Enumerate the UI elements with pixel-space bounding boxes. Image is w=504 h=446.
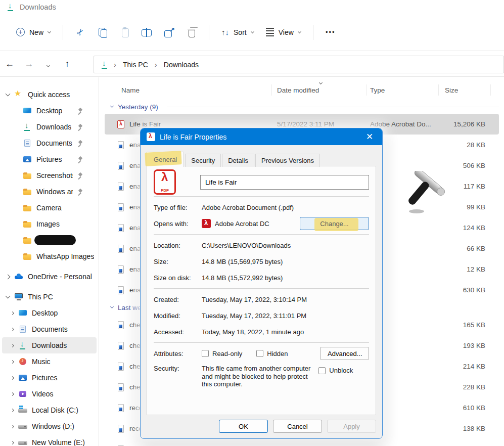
sidebar-item[interactable]: Pictures [2, 151, 97, 167]
sidebar-item-icon [23, 188, 32, 196]
unblock-checkbox[interactable] [318, 367, 326, 374]
column-divider[interactable] [490, 84, 491, 96]
dialog-title-bar[interactable]: Life is Fair Properties ✕ [141, 128, 382, 145]
sidebar-item[interactable]: Windows (D:) [2, 418, 97, 434]
tab-details[interactable]: Details [222, 154, 254, 167]
sidebar-item-quick-access[interactable]: Quick access [2, 86, 97, 103]
sidebar-item[interactable]: Pictures [2, 370, 97, 386]
sidebar-item[interactable]: Desktop [2, 305, 97, 321]
forward-button[interactable]: → [19, 59, 38, 69]
readonly-label: Read-only [212, 350, 242, 358]
sidebar-item[interactable]: Downloads [2, 337, 97, 353]
sidebar-item[interactable] [2, 232, 97, 248]
new-button[interactable]: New [10, 23, 57, 42]
column-divider[interactable] [438, 84, 439, 96]
plus-circle-icon [16, 28, 25, 36]
chevron-right-icon [11, 424, 14, 428]
back-button[interactable]: ← [0, 59, 19, 69]
redaction-blob [34, 235, 76, 245]
created-label: Created: [154, 296, 202, 303]
change-button[interactable]: Change... [300, 217, 369, 230]
apply-button[interactable]: Apply [327, 420, 376, 433]
file-size: 214 KB [442, 363, 485, 370]
sidebar-item-label: This PC [28, 293, 53, 301]
file-size: 610 KB [442, 404, 485, 412]
column-header-size[interactable]: Size [442, 86, 485, 94]
toolbar-separator [209, 25, 209, 40]
window-tab[interactable]: Downloads [0, 0, 504, 14]
advanced-button[interactable]: Advanced... [320, 347, 369, 360]
sidebar-item[interactable]: Downloads [2, 119, 97, 135]
sidebar-item-label: Windows (D:) [32, 422, 74, 430]
divider [154, 234, 369, 235]
sidebar-item[interactable]: Camera [2, 200, 97, 216]
column-header-name[interactable]: Name [121, 86, 277, 94]
column-header-type[interactable]: Type [370, 86, 442, 94]
sidebar-item[interactable]: Music [2, 353, 97, 370]
history-dropdown-button[interactable] [38, 59, 58, 69]
sidebar-item[interactable]: Desktop [2, 103, 97, 119]
tab-general[interactable]: General [147, 152, 184, 167]
file-size: 12 KB [442, 265, 485, 273]
rename-button[interactable] [136, 23, 158, 42]
file-size: 193 KB [442, 342, 485, 349]
sidebar-item-this-pc[interactable]: This PC [2, 289, 97, 305]
share-icon [164, 27, 175, 37]
sidebar-item[interactable]: Documents [2, 321, 97, 337]
file-size: 28 KB [442, 141, 485, 149]
column-divider[interactable] [271, 84, 272, 96]
cancel-button[interactable]: Cancel [273, 420, 322, 433]
file-date-modified: 5/17/2022 3:11 PM [277, 120, 370, 128]
sidebar-item[interactable]: Screenshots [2, 167, 97, 184]
see-more-button[interactable]: ••• [319, 23, 342, 42]
file-icon [116, 141, 125, 149]
sidebar-item[interactable]: Local Disk (C:) [2, 402, 97, 418]
file-size: 66 KB [442, 245, 485, 252]
sidebar-item[interactable]: WhatsApp Images [2, 248, 97, 264]
share-button[interactable] [158, 23, 180, 42]
file-size: 124 KB [442, 224, 485, 232]
up-button[interactable]: ↑ [58, 59, 77, 69]
group-header-yesterday[interactable]: Yesterday (9) [105, 100, 499, 114]
breadcrumb-this-pc[interactable]: This PC [121, 60, 150, 70]
sidebar-item[interactable]: Images [2, 216, 97, 232]
delete-button[interactable] [180, 23, 203, 42]
sidebar-item-icon [23, 252, 32, 260]
paste-button[interactable] [114, 23, 136, 42]
column-header-date-modified[interactable]: Date modified [277, 86, 370, 94]
group-divider-line [167, 107, 499, 107]
sort-button[interactable]: ↑↓ Sort [215, 23, 260, 42]
cut-button[interactable]: ✂ [69, 23, 91, 42]
address-bar[interactable]: › This PC › Downloads [94, 56, 504, 73]
tab-previous-versions[interactable]: Previous Versions [255, 154, 320, 167]
sidebar-item-icon [18, 406, 27, 414]
pin-icon [77, 189, 83, 195]
view-button[interactable]: View [260, 23, 307, 42]
copy-button[interactable] [91, 23, 114, 42]
file-icon [116, 363, 125, 371]
file-icon [116, 203, 125, 211]
sidebar-item[interactable]: Videos [2, 386, 97, 402]
tab-security[interactable]: Security [185, 154, 221, 167]
filename-input[interactable] [200, 175, 369, 190]
sidebar-item[interactable]: New Volume (E:) [2, 434, 97, 446]
hidden-checkbox[interactable] [256, 350, 263, 357]
breadcrumb-downloads[interactable]: Downloads [162, 60, 201, 70]
close-icon[interactable]: ✕ [363, 131, 376, 142]
ok-button[interactable]: OK [219, 420, 268, 433]
chevron-right-icon [11, 360, 14, 363]
file-size: 99 KB [442, 203, 485, 211]
readonly-checkbox[interactable] [202, 350, 209, 357]
sidebar-item-label: New Volume (E:) [32, 438, 85, 446]
size-on-disk-label: Size on disk: [154, 274, 202, 282]
sidebar-item[interactable]: Documents [2, 135, 97, 151]
sidebar-item[interactable]: Windows articles [2, 184, 97, 200]
scissors-cut-icon: ✂ [74, 26, 86, 38]
column-divider[interactable] [366, 84, 367, 96]
divider [154, 342, 369, 343]
sidebar-item-onedrive[interactable]: OneDrive - Personal [2, 269, 97, 285]
file-icon [116, 286, 125, 294]
file-row[interactable]: deleted data W11 S 5/11/2022 2:00 PM PNG… [105, 439, 499, 446]
breadcrumb-chevron: › [155, 60, 157, 69]
sidebar-item-label: Screenshots [36, 171, 73, 180]
